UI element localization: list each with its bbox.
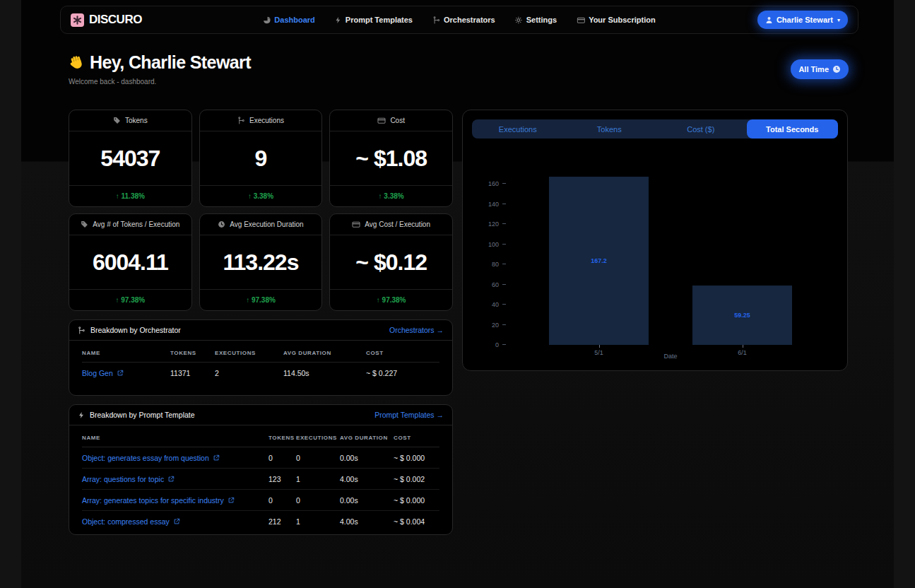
page-title: Hey, Charlie Stewart xyxy=(69,52,251,73)
bar-group-6-1: 59.256/1 xyxy=(692,286,792,345)
logo[interactable]: DISCURO xyxy=(71,13,142,27)
nav-item-prompt-templates[interactable]: Prompt Templates xyxy=(335,16,413,24)
y-axis-tick-mark xyxy=(502,244,506,245)
table-header-row: NAMETOKENSEXECUTIONSAVG DURATIONCOST xyxy=(82,341,439,363)
page-header: Hey, Charlie Stewart Welcome back - dash… xyxy=(69,52,251,86)
column-header-name: NAME xyxy=(82,435,268,441)
column-header-avg-duration: AVG DURATION xyxy=(283,350,366,356)
nav-links: DashboardPrompt TemplatesOrchestratorsSe… xyxy=(263,16,655,24)
prompt-template-card-title: Breakdown by Prompt Template xyxy=(78,411,195,419)
branch-icon xyxy=(78,327,85,334)
credit-card-icon xyxy=(577,16,585,24)
bar[interactable]: 59.256/1 xyxy=(692,286,792,345)
y-axis-tick-mark xyxy=(502,264,506,264)
nav-item-settings[interactable]: Settings xyxy=(515,16,557,24)
branch-icon xyxy=(237,117,245,124)
column-header-executions: EXECUTIONS xyxy=(215,350,283,356)
cell-tokens: 0 xyxy=(268,454,296,462)
bars-area: 167.25/159.256/1 xyxy=(512,142,830,345)
table-row: Array: questions for topic12314.00s~ $ 0… xyxy=(82,469,439,490)
tag-icon xyxy=(81,220,88,228)
user-name: Charlie Stewart xyxy=(777,16,833,24)
stat-card-avg-of-tokens-execution: Avg # of Tokens / Execution6004.11↑ 97.3… xyxy=(69,213,192,311)
nav-item-dashboard[interactable]: Dashboard xyxy=(263,16,314,24)
column-header-executions: EXECUTIONS xyxy=(296,435,340,441)
row-name-link[interactable]: Array: questions for topic xyxy=(82,475,268,483)
greeting-text: Hey, Charlie Stewart xyxy=(90,52,251,73)
stat-card-avg-cost-execution: Avg Cost / Execution~ $0.12↑ 97.38% xyxy=(329,213,453,311)
stat-change: ↑ 11.38% xyxy=(69,185,191,206)
stat-label: Avg Cost / Execution xyxy=(330,214,452,235)
stat-value: 9 xyxy=(200,131,322,185)
prompt-templates-link[interactable]: Prompt Templates → xyxy=(374,411,444,419)
stat-value: 6004.11 xyxy=(69,235,191,289)
row-name-link[interactable]: Array: generates topics for specific ind… xyxy=(82,496,268,505)
prompt-template-breakdown-card: Breakdown by Prompt Template Prompt Temp… xyxy=(69,404,453,535)
stat-change: ↑ 97.38% xyxy=(330,289,452,310)
gear-icon xyxy=(515,16,523,24)
wave-hand-icon xyxy=(69,54,85,71)
x-axis-tick-mark xyxy=(743,345,743,348)
y-axis-tick-mark xyxy=(502,344,506,345)
y-axis-tick-label: 40 xyxy=(472,301,499,308)
chart-tabs: ExecutionsTokensCost ($)Total Seconds xyxy=(472,119,838,139)
nav-item-your-subscription[interactable]: Your Subscription xyxy=(577,16,656,24)
table-row: Object: generates essay from question000… xyxy=(82,447,439,469)
cell-avg-duration: 0.00s xyxy=(340,496,394,505)
chart-tab-total-seconds[interactable]: Total Seconds xyxy=(747,119,839,139)
chevron-down-icon: ▾ xyxy=(837,17,840,23)
x-axis-tick-mark xyxy=(599,345,600,348)
stat-value: 113.22s xyxy=(200,235,322,289)
table-header-row: NAMETOKENSEXECUTIONSAVG DURATIONCOST xyxy=(82,425,439,447)
column-header-name: NAME xyxy=(82,350,170,356)
cell-executions: 0 xyxy=(296,454,340,462)
cell-avg-duration: 4.00s xyxy=(340,517,394,526)
table-row: Blog Gen113712114.50s~ $ 0.227 xyxy=(82,363,439,383)
y-axis-tick-label: 60 xyxy=(472,281,499,288)
cell-tokens: 123 xyxy=(268,475,296,483)
nav-item-orchestrators[interactable]: Orchestrators xyxy=(432,16,495,24)
cell-executions: 1 xyxy=(296,475,340,483)
stat-card-avg-execution-duration: Avg Execution Duration113.22s↑ 97.38% xyxy=(199,213,323,311)
table-row: Object: compressed essay21214.00s~ $ 0.0… xyxy=(82,511,439,531)
credit-card-icon xyxy=(377,117,386,124)
bar-value-label: 167.2 xyxy=(591,257,607,264)
bar-group-5-1: 167.25/1 xyxy=(549,177,649,345)
row-name-link[interactable]: Object: generates essay from question xyxy=(82,454,268,462)
y-axis-tick-label: 160 xyxy=(472,180,499,187)
stat-change: ↑ 3.38% xyxy=(200,185,322,206)
user-menu-button[interactable]: Charlie Stewart ▾ xyxy=(757,11,848,29)
stat-value: 54037 xyxy=(69,131,191,185)
y-axis-tick-mark xyxy=(502,284,506,285)
chart-card: ExecutionsTokensCost ($)Total Seconds 02… xyxy=(462,110,848,371)
cell-cost: ~ $ 0.004 xyxy=(394,517,439,526)
bar-value-label: 59.25 xyxy=(734,312,750,319)
time-filter-button[interactable]: All Time xyxy=(791,59,849,79)
column-header-cost: COST xyxy=(366,350,439,356)
y-axis-tick-label: 20 xyxy=(472,322,499,329)
row-name-link[interactable]: Blog Gen xyxy=(82,369,170,377)
y-axis-tick-mark xyxy=(502,204,506,204)
external-link-icon xyxy=(167,476,175,483)
y-axis-tick-label: 140 xyxy=(472,201,499,208)
y-axis-tick-mark xyxy=(502,183,506,184)
stat-label: Executions xyxy=(200,110,322,131)
column-header-tokens: TOKENS xyxy=(268,435,296,441)
chart-tab-cost[interactable]: Cost ($) xyxy=(655,119,747,139)
y-axis-tick-mark xyxy=(502,304,506,305)
row-name-link[interactable]: Object: compressed essay xyxy=(82,517,268,526)
stat-label: Avg # of Tokens / Execution xyxy=(69,214,191,235)
lightning-icon xyxy=(78,411,85,419)
external-link-icon xyxy=(213,454,220,461)
bar[interactable]: 167.25/1 xyxy=(549,177,649,345)
stat-label: Cost xyxy=(330,110,452,131)
chart-tab-executions[interactable]: Executions xyxy=(472,119,564,139)
stat-change: ↑ 97.38% xyxy=(69,289,191,310)
chart-tab-tokens[interactable]: Tokens xyxy=(564,119,656,139)
orchestrators-link[interactable]: Orchestrators → xyxy=(389,326,444,334)
y-axis-tick-mark xyxy=(502,223,506,224)
x-axis-title: Date xyxy=(512,353,830,360)
top-navbar: DISCURO DashboardPrompt TemplatesOrchest… xyxy=(60,6,858,34)
clock-icon xyxy=(218,220,225,228)
stat-label: Avg Execution Duration xyxy=(200,214,322,235)
